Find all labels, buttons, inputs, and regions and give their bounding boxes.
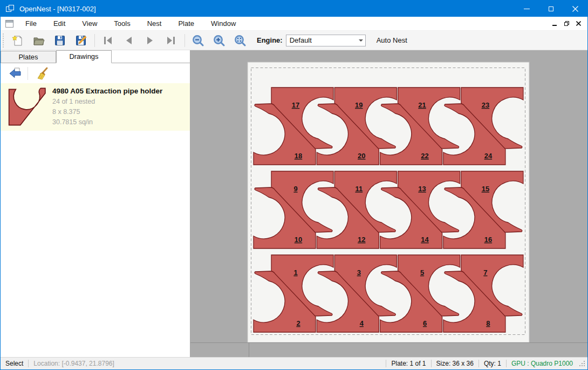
size-status: Size: 36 x 36 [436, 360, 474, 367]
menu-item-plate[interactable]: Plate [172, 17, 201, 30]
zoom-in-button[interactable] [211, 32, 227, 49]
drawings-toolbar [1, 63, 190, 83]
next-plate-icon [143, 34, 156, 47]
part-number-label: 5 [420, 268, 424, 277]
menu-item-edit[interactable]: Edit [47, 17, 72, 30]
minimize-icon [524, 9, 530, 9]
window-title: OpenNest - [N0317-002] [19, 5, 96, 13]
chevron-down-icon [357, 39, 365, 42]
resize-grip[interactable] [578, 360, 586, 367]
menu-item-nest[interactable]: Nest [141, 17, 168, 30]
last-plate-button[interactable] [163, 32, 179, 49]
part-number-label: 1 [293, 268, 297, 277]
mdi-minimize-button[interactable] [549, 18, 560, 29]
tab-bar: Plates Drawings [1, 50, 190, 63]
nest-view: 171819202122232491011121314151612345678 [190, 50, 585, 342]
status-bar: Select Location: [-0.9437, 21.8796] Plat… [1, 357, 587, 369]
gpu-status: GPU : Quadro P1000 [511, 360, 573, 367]
drawing-area: 30.7815 sq/in [52, 117, 190, 127]
part-number-label: 12 [358, 236, 365, 244]
part-number-label: 24 [484, 152, 493, 160]
menu-item-window[interactable]: Window [204, 17, 242, 30]
menu-item-tools[interactable]: Tools [107, 17, 136, 30]
move-back-icon [8, 66, 22, 80]
part-number-label: 16 [484, 236, 492, 244]
previous-plate-icon [122, 34, 135, 47]
canvas-scrollbar[interactable] [190, 342, 587, 357]
menu-item-file[interactable]: File [19, 17, 43, 30]
status-separator [478, 360, 479, 367]
location-status: Location: [-0.9437, 21.8796] [33, 360, 114, 367]
last-plate-icon [165, 34, 177, 47]
part-number-label: 6 [423, 319, 427, 327]
previous-plate-button[interactable] [121, 32, 137, 49]
toolbar-separator [94, 34, 95, 47]
main-toolbar: Engine: Default Auto Nest [1, 31, 587, 50]
drawing-size: 8 x 8.375 [52, 107, 190, 117]
part-number-label: 11 [355, 185, 363, 193]
zoom-out-icon [192, 34, 204, 47]
plate-status: Plate: 1 of 1 [391, 360, 426, 367]
panel-toolbar-separator [28, 67, 28, 80]
drawing-title: 4980 A05 Extraction pipe holder [52, 87, 190, 95]
menu-bar: FileEditViewToolsNestPlateWindow [1, 17, 587, 31]
zoom-out-button[interactable] [190, 32, 206, 49]
mdi-restore-icon [564, 21, 569, 26]
save-edit-icon [74, 34, 87, 47]
toolbar-separator [184, 34, 185, 47]
zoom-in-icon [213, 34, 225, 47]
drawing-list-item[interactable]: 4980 A05 Extraction pipe holder 24 of 1 … [1, 83, 190, 131]
part-number-label: 19 [355, 101, 363, 109]
save-icon [53, 34, 66, 47]
part-number-label: 21 [418, 101, 426, 109]
mdi-restore-button[interactable] [560, 18, 572, 29]
part-number-label: 20 [358, 152, 365, 160]
close-icon [572, 6, 578, 12]
zoom-fit-button[interactable] [232, 32, 248, 49]
left-panel: Plates Drawings [1, 50, 190, 357]
status-separator [506, 360, 507, 367]
move-back-button[interactable] [7, 65, 23, 82]
close-button[interactable] [563, 1, 587, 17]
part-number-label: 10 [295, 236, 302, 244]
engine-select[interactable]: Default [286, 35, 366, 46]
part-number-label: 15 [482, 185, 489, 193]
minimize-button[interactable] [515, 1, 539, 17]
next-plate-button[interactable] [142, 32, 158, 49]
part-number-label: 17 [292, 101, 299, 109]
drawing-nested-count: 24 of 1 nested [52, 97, 190, 107]
status-separator [28, 360, 29, 367]
maximize-button[interactable] [539, 1, 563, 17]
auto-nest-button[interactable]: Auto Nest [373, 34, 411, 46]
document-icon[interactable] [5, 20, 13, 28]
part-thumbnail [1, 86, 48, 128]
mdi-close-button[interactable] [572, 18, 584, 29]
open-button[interactable] [31, 32, 47, 49]
menu-items: FileEditViewToolsNestPlateWindow [19, 17, 246, 30]
status-separator [431, 360, 432, 367]
mdi-close-icon [576, 21, 581, 26]
tab-drawings[interactable]: Drawings [56, 50, 112, 63]
nest-canvas[interactable]: 171819202122232491011121314151612345678 [190, 50, 587, 357]
save-edit-button[interactable] [73, 32, 89, 49]
part-number-label: 2 [296, 319, 300, 327]
qty-status: Qty: 1 [484, 360, 501, 367]
save-button[interactable] [52, 32, 68, 49]
new-drawing-button[interactable] [10, 32, 26, 49]
part-number-label: 23 [482, 101, 489, 109]
mode-status: Select [5, 360, 23, 367]
part-number-label: 3 [357, 268, 361, 277]
menu-item-view[interactable]: View [76, 17, 104, 30]
clear-button[interactable] [35, 65, 51, 82]
status-separator [386, 360, 386, 367]
tab-plates[interactable]: Plates [1, 51, 56, 63]
part-number-label: 14 [421, 236, 429, 244]
first-plate-button[interactable] [100, 32, 116, 49]
app-window: OpenNest - [N0317-002] FileEditViewTools… [0, 0, 588, 370]
new-drawing-icon [11, 34, 24, 47]
zoom-fit-icon [234, 34, 247, 47]
title-bar: OpenNest - [N0317-002] [1, 1, 587, 17]
part-number-label: 13 [418, 185, 426, 193]
part-number-label: 7 [483, 268, 487, 277]
toolbar-grip[interactable] [2, 33, 5, 48]
